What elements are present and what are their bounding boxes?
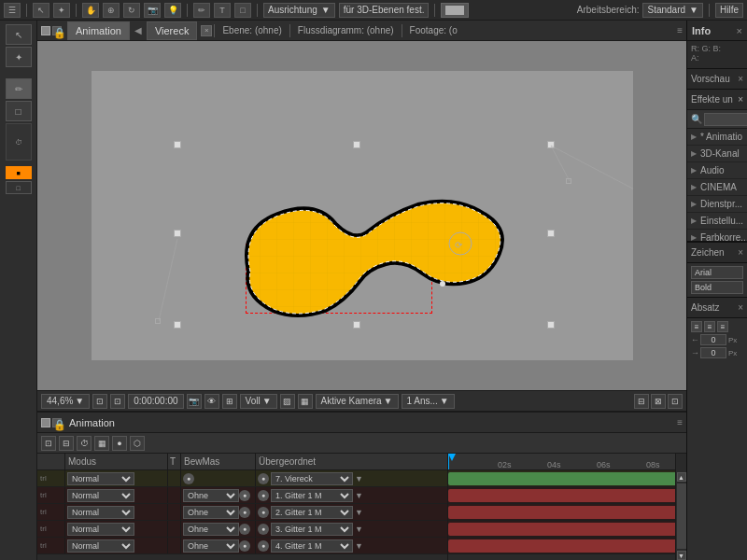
- layer-2-eye[interactable]: ●: [239, 507, 250, 518]
- view-icon-1[interactable]: ⊟: [634, 394, 649, 409]
- track-bar-3[interactable]: [448, 523, 675, 536]
- tl-tool-2[interactable]: ⊟: [59, 436, 74, 451]
- tool-pan[interactable]: ✋: [82, 3, 99, 18]
- handle-tm[interactable]: [353, 141, 360, 148]
- layer-1-name-select[interactable]: 1. Gitter 1 M: [271, 489, 353, 502]
- timeline-lock-icon[interactable]: 🔒: [52, 418, 62, 427]
- tool-cam[interactable]: 📷: [144, 3, 161, 18]
- help-dropdown[interactable]: Hilfe: [715, 3, 743, 18]
- tool-arrow[interactable]: ↖: [33, 3, 49, 18]
- comp-tab-animation[interactable]: Animation: [67, 21, 130, 40]
- layer-1-eye[interactable]: ●: [239, 490, 250, 501]
- effects-item-2[interactable]: ▶ Audio: [687, 162, 747, 179]
- left-tool-1[interactable]: ↖: [6, 24, 32, 45]
- pixel-icon[interactable]: ▦: [298, 394, 313, 409]
- time-display-viewer[interactable]: 0:00:00:00: [128, 394, 183, 409]
- tool-light[interactable]: 💡: [164, 3, 181, 18]
- effects-item-5[interactable]: ▶ Einstellu...: [687, 213, 747, 230]
- snapshot-icon[interactable]: 📷: [187, 394, 202, 409]
- effects-item-6[interactable]: ▶ Farbkorre...: [687, 230, 747, 241]
- absatz-close[interactable]: ×: [738, 302, 743, 313]
- align-right-icon[interactable]: ≡: [717, 321, 728, 332]
- vorschau-close[interactable]: ×: [738, 74, 743, 84]
- fit-icon[interactable]: ⊡: [92, 394, 107, 409]
- zoom-control[interactable]: 44,6% ▼: [41, 394, 90, 409]
- show-icon[interactable]: 👁: [204, 394, 219, 409]
- layer-0-name-select[interactable]: 7. Viereck: [271, 472, 353, 485]
- scroll-thumb[interactable]: [677, 483, 686, 549]
- track-bar-1[interactable]: [448, 489, 675, 502]
- quality-dropdown[interactable]: Voll ▼: [240, 394, 277, 409]
- color-indicator[interactable]: ■: [6, 166, 32, 179]
- transparency-icon[interactable]: ▨: [280, 394, 295, 409]
- layer-2-bewmas-select[interactable]: Ohne: [183, 506, 239, 519]
- effects-item-0[interactable]: ▶ * Animatio: [687, 129, 747, 146]
- panel-menu-icon[interactable]: ≡: [677, 25, 683, 35]
- layer-2-modus-select[interactable]: Normal: [67, 506, 134, 519]
- layer-0-modus-select[interactable]: Normal: [67, 472, 134, 485]
- track-bar-2[interactable]: [448, 506, 675, 519]
- view-icon-2[interactable]: ⊠: [651, 394, 666, 409]
- tool-zoom[interactable]: ⊕: [103, 3, 120, 18]
- track-bar-0[interactable]: [448, 472, 675, 485]
- absatz-input-2[interactable]: [700, 347, 726, 358]
- layer-3-modus-select[interactable]: Normal: [67, 523, 134, 536]
- layer-4-uber-icon[interactable]: ●: [258, 540, 269, 552]
- tl-tool-5[interactable]: ●: [112, 436, 127, 451]
- bezier-handle-1[interactable]: [155, 318, 161, 324]
- handle-bm[interactable]: [353, 321, 360, 329]
- comp-close[interactable]: ×: [201, 25, 212, 36]
- layer-3-name-select[interactable]: 3. Gitter 1 M: [271, 523, 353, 536]
- fit-icon-2[interactable]: ⊡: [110, 394, 125, 409]
- layer-0-eye[interactable]: ●: [183, 473, 194, 484]
- left-tool-4[interactable]: □: [6, 101, 32, 121]
- handle-bl[interactable]: [174, 321, 181, 329]
- view-icon-3[interactable]: ⊡: [668, 394, 683, 409]
- scroll-up-btn[interactable]: ▲: [677, 472, 686, 482]
- tl-tool-1[interactable]: ⊡: [41, 436, 56, 451]
- color-indicator-2[interactable]: □: [6, 181, 32, 194]
- layer-3-bewmas-select[interactable]: Ohne: [183, 523, 239, 536]
- layer-0-uber-icon[interactable]: ●: [258, 473, 269, 484]
- grid-icon[interactable]: ⊞: [222, 394, 237, 409]
- effects-item-3[interactable]: ▶ CINEMA: [687, 179, 747, 196]
- track-bar-4[interactable]: [448, 539, 675, 553]
- tool-shape[interactable]: □: [234, 3, 251, 18]
- scroll-down-btn[interactable]: ▼: [677, 551, 686, 560]
- tool-text[interactable]: T: [214, 3, 231, 18]
- tl-tool-6[interactable]: ⬡: [130, 436, 145, 451]
- align-center-icon[interactable]: ≡: [704, 321, 715, 332]
- left-tool-2[interactable]: ✦: [6, 47, 32, 67]
- tl-tool-4[interactable]: ▦: [94, 436, 109, 451]
- effects-item-4[interactable]: ▶ Dienstpr...: [687, 196, 747, 213]
- handle-mr[interactable]: [547, 230, 555, 237]
- layer-4-name-select[interactable]: 4. Gitter 1 M: [271, 539, 353, 553]
- layer-1-modus-select[interactable]: Normal: [67, 489, 134, 502]
- layer-4-eye[interactable]: ●: [239, 540, 250, 552]
- handle-ml[interactable]: [174, 230, 181, 237]
- layer-4-bewmas-select[interactable]: Ohne: [183, 539, 239, 553]
- tool-select[interactable]: ✦: [53, 3, 70, 18]
- absatz-input-1[interactable]: [700, 334, 726, 345]
- camera-dropdown[interactable]: Aktive Kamera ▼: [316, 394, 399, 409]
- effects-search-input[interactable]: [704, 113, 747, 126]
- tool-pen[interactable]: ✏: [193, 3, 210, 18]
- zeichen-close[interactable]: ×: [738, 247, 743, 258]
- layer-4-modus-select[interactable]: Normal: [67, 539, 134, 553]
- bezier-handle-2[interactable]: [566, 178, 571, 184]
- effects-close[interactable]: ×: [738, 94, 743, 105]
- effects-item-1[interactable]: ▶ 3D-Kanal: [687, 146, 747, 162]
- comp-arrow-left[interactable]: ◀: [132, 25, 145, 35]
- align-left-icon[interactable]: ≡: [691, 321, 702, 332]
- view-dropdown[interactable]: 1 Ans... ▼: [402, 394, 455, 409]
- left-tool-3[interactable]: ✏: [6, 78, 32, 99]
- timeline-menu-icon[interactable]: ≡: [677, 417, 683, 427]
- handle-br[interactable]: [547, 321, 555, 329]
- tool-rotate[interactable]: ↻: [123, 3, 140, 18]
- layer-1-bewmas-select[interactable]: Ohne: [183, 489, 239, 502]
- layer-1-uber-icon[interactable]: ●: [258, 490, 269, 501]
- alignment-dropdown[interactable]: Ausrichtung ▼: [263, 3, 335, 18]
- lock-icon[interactable]: 🔒: [52, 26, 62, 35]
- layer-3-uber-icon[interactable]: ●: [258, 524, 269, 535]
- layer-2-uber-icon[interactable]: ●: [258, 507, 269, 518]
